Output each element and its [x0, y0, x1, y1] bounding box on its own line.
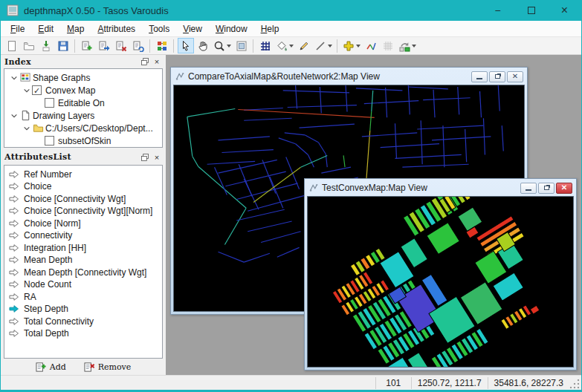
recenter-icon [236, 40, 248, 52]
menu-help[interactable]: Help [254, 22, 286, 36]
mdi-minimize-button[interactable] [520, 183, 537, 194]
attribute-item[interactable]: Mean Depth [4, 254, 162, 267]
line-button[interactable] [313, 38, 334, 53]
chevron-down-icon[interactable] [22, 87, 32, 94]
mdi-close-button[interactable]: ✕ [556, 183, 572, 194]
mdi-close-button[interactable]: ✕ [507, 71, 523, 82]
axial-line [236, 183, 297, 200]
menu-window[interactable]: Window [209, 22, 254, 36]
dropdown-arrow-icon[interactable] [356, 45, 360, 50]
attribute-item[interactable]: Total Connectivity [4, 316, 162, 328]
attribute-item[interactable]: RA [4, 291, 162, 304]
convex-map-canvas[interactable] [308, 197, 573, 367]
zoom-button[interactable] [212, 38, 233, 53]
attribute-arrow-icon [8, 329, 19, 338]
dropdown-arrow-icon[interactable] [289, 45, 294, 50]
push-values-button[interactable] [154, 38, 170, 53]
add-map-button[interactable] [79, 38, 95, 53]
attribute-item[interactable]: Choice [Connectivity Wgt] [4, 193, 162, 206]
attribute-item[interactable]: Step Depth [4, 303, 162, 316]
index-panel-title: Index [4, 57, 138, 67]
attribute-item[interactable]: Choice [4, 180, 162, 193]
open-file-button[interactable] [21, 38, 37, 53]
new-file-icon [6, 40, 18, 52]
select-button[interactable] [178, 38, 194, 53]
new-file-button[interactable] [4, 38, 20, 53]
attribute-item[interactable]: Mean Depth [Connectivity Wgt] [4, 267, 162, 279]
convert-map-button[interactable] [130, 38, 146, 53]
tree-item[interactable]: Editable On [4, 97, 162, 109]
tree-item[interactable]: subsetOfSkin [4, 134, 162, 147]
step-depth-button[interactable] [397, 38, 418, 53]
add-attribute-button[interactable]: Add [36, 362, 66, 373]
attribute-item[interactable]: Connectivity [4, 229, 162, 242]
resize-grip[interactable] [569, 377, 581, 389]
attribute-item[interactable]: Ref Number [4, 169, 162, 181]
import-button[interactable] [38, 38, 54, 53]
axial-map-button[interactable] [341, 38, 362, 53]
checkbox-unchecked[interactable] [45, 136, 54, 146]
tree-item[interactable]: Shape Graphs [4, 71, 162, 84]
close-button[interactable]: × [548, 0, 581, 21]
close-icon: ✕ [561, 184, 567, 192]
index-float-button[interactable] [140, 56, 150, 67]
mdi-window-convex-map[interactable]: TestConvexMap:Map View ✕ [304, 178, 577, 370]
checkbox-unchecked[interactable] [45, 98, 54, 108]
remove-map-button[interactable] [113, 38, 129, 53]
tree-item[interactable]: Drawing Layers [4, 109, 162, 122]
tree-item[interactable]: ✓Convex Map [4, 84, 162, 97]
attribute-arrow-icon [8, 170, 19, 179]
mdi-minimize-button[interactable] [471, 71, 488, 82]
axial-line [283, 91, 349, 93]
mdi-title-bar[interactable]: CompareToAxialMap&RouteNetwork2:Map View… [172, 69, 526, 84]
title-bar: depthmapX 0.50 - Tasos Varoudis − × [1, 0, 581, 21]
mdi-title-bar[interactable]: TestConvexMap:Map View ✕ [306, 180, 575, 195]
tree-item[interactable]: C:/Users/C/Desktop/Dept... [4, 122, 162, 134]
mdi-restore-button[interactable] [538, 183, 554, 194]
dropdown-arrow-icon[interactable] [227, 45, 231, 50]
pencil-button[interactable] [296, 38, 312, 53]
chevron-down-icon[interactable] [9, 112, 19, 120]
menu-edit[interactable]: Edit [31, 22, 60, 36]
mdi-restore-button[interactable] [489, 71, 505, 82]
index-close-button[interactable]: × [152, 56, 162, 67]
toolbar-separator [74, 39, 75, 53]
attribute-item[interactable]: Choice [Norm] [4, 218, 162, 230]
convex-map-viewport[interactable] [307, 196, 574, 368]
attribute-item[interactable]: Node Count [4, 278, 162, 291]
pan-button[interactable] [195, 38, 211, 53]
minimize-button[interactable]: − [481, 0, 514, 21]
save-button[interactable] [55, 38, 71, 53]
copy-map-button[interactable] [96, 38, 112, 53]
attribute-item[interactable]: Total Depth [4, 327, 162, 340]
attribute-arrow-icon [8, 206, 19, 215]
grid-button[interactable] [257, 38, 274, 53]
attribute-label: RA [24, 292, 36, 302]
axial-line [305, 135, 319, 143]
joined-lines-button[interactable] [363, 38, 379, 53]
fill-button[interactable] [274, 38, 295, 53]
chevron-down-icon[interactable] [22, 125, 32, 132]
save-icon [57, 40, 69, 52]
dropdown-arrow-icon[interactable] [412, 45, 416, 50]
chevron-down-icon[interactable] [9, 74, 19, 82]
attribute-item[interactable]: Integration [HH] [4, 242, 162, 255]
maximize-button[interactable] [514, 0, 548, 21]
attribute-arrow-icon [8, 195, 19, 203]
menu-file[interactable]: File [4, 22, 31, 36]
dropdown-arrow-icon[interactable] [328, 45, 332, 50]
pixel-map-button[interactable] [380, 38, 396, 53]
recenter-button[interactable] [233, 38, 250, 53]
menu-map[interactable]: Map [60, 22, 91, 36]
menu-view[interactable]: View [176, 22, 209, 36]
checkbox-checked[interactable]: ✓ [32, 85, 42, 95]
attribute-item[interactable]: Choice [Connectivity Wgt][Norm] [4, 205, 162, 218]
attribute-label: Node Count [24, 279, 71, 290]
menu-attributes[interactable]: Attributes [91, 22, 142, 36]
fill-icon [276, 40, 288, 52]
remove-attribute-button[interactable]: Remove [84, 362, 132, 373]
attributes-close-button[interactable]: × [152, 152, 162, 163]
restore-icon [544, 186, 549, 190]
attributes-float-button[interactable] [140, 152, 150, 163]
menu-tools[interactable]: Tools [142, 22, 176, 36]
